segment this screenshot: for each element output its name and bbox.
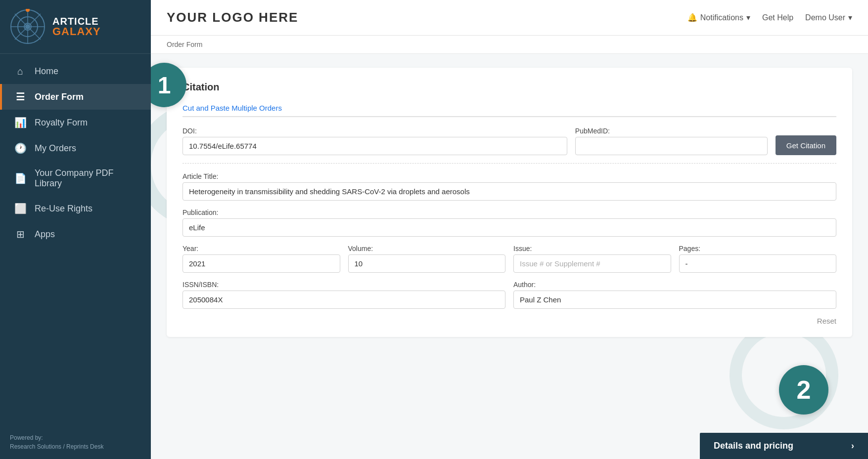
bell-icon: 🔔 [687,13,697,22]
svg-point-8 [25,24,30,29]
logo-text: ARTICLE GALAXY [52,16,101,37]
step-1-badge: 1 [151,63,186,107]
issue-input[interactable] [513,254,671,273]
notifications-label: Notifications [700,13,743,22]
logo-galaxy: GALAXY [52,26,101,37]
sidebar-item-home[interactable]: ⌂ Home [0,59,151,84]
header: YOUR LOGO HERE 🔔 Notifications ▾ Get Hel… [151,0,868,36]
article-title-input[interactable] [183,182,836,201]
reset-button[interactable]: Reset [817,317,836,325]
form-card: 1 Citation Cut and Paste Multiple Orders… [167,68,852,337]
article-galaxy-logo-icon [10,9,46,44]
demo-user-label: Demo User [805,13,845,22]
section-title: Citation [183,82,836,93]
sidebar-item-label-home: Home [35,66,58,77]
demo-user-button[interactable]: Demo User ▾ [805,13,852,22]
author-input[interactable] [513,291,836,309]
sidebar-item-label-royalty-form: Royalty Form [35,118,88,128]
year-group: Year: [183,245,340,273]
get-help-link[interactable]: Get Help [762,13,793,22]
main-content: YOUR LOGO HERE 🔔 Notifications ▾ Get Hel… [151,0,868,459]
order-form-icon: ☰ [14,91,27,103]
sidebar-item-my-orders[interactable]: 🕐 My Orders [0,135,151,161]
pages-group: Pages: [679,245,837,273]
breadcrumb: Order Form [151,36,868,54]
sidebar: ARTICLE GALAXY ⌂ Home ☰ Order Form 📊 Roy… [0,0,151,459]
issn-author-row: ISSN/ISBN: Author: [183,281,836,309]
tab-multiple-orders[interactable]: Cut and Paste Multiple Orders [183,101,282,116]
sidebar-item-label-reuse-rights: Re-Use Rights [35,204,92,214]
sidebar-logo: ARTICLE GALAXY [0,0,151,54]
my-orders-icon: 🕐 [14,142,27,154]
header-right: 🔔 Notifications ▾ Get Help Demo User ▾ [687,13,852,22]
logo-article: ARTICLE [52,16,101,26]
footer-line1: Powered by: [10,433,141,442]
publication-group: Publication: [183,209,836,237]
sidebar-item-label-apps: Apps [35,229,55,240]
author-group: Author: [513,281,836,309]
pdf-library-icon: 📄 [14,172,27,184]
author-label: Author: [513,281,836,289]
sidebar-nav: ⌂ Home ☰ Order Form 📊 Royalty Form 🕐 My … [0,54,151,425]
reuse-rights-icon: ⬜ [14,203,27,214]
sidebar-item-apps[interactable]: ⊞ Apps [0,221,151,247]
article-title-group: Article Title: [183,172,836,201]
sidebar-item-order-form[interactable]: ☰ Order Form [0,84,151,110]
year-label: Year: [183,245,340,252]
details-and-pricing-bar[interactable]: Details and pricing › [700,433,868,459]
divider-1 [183,163,836,164]
notifications-chevron: ▾ [746,13,750,22]
pubmed-label: PubMedID: [575,127,768,135]
get-citation-button[interactable]: Get Citation [776,135,836,155]
year-volume-issue-pages-row: Year: Volume: Issue: Pages: [183,245,836,273]
issue-label: Issue: [513,245,671,252]
volume-group: Volume: [348,245,506,273]
publication-label: Publication: [183,209,836,216]
home-icon: ⌂ [14,66,27,77]
user-chevron: ▾ [848,13,852,22]
doi-input[interactable] [183,137,567,155]
form-tabs: Cut and Paste Multiple Orders [183,101,836,117]
pages-input[interactable] [679,254,837,273]
volume-input[interactable] [348,254,506,273]
royalty-form-icon: 📊 [14,117,27,128]
doi-group: DOI: [183,127,567,155]
pubmed-group: PubMedID: [575,127,768,155]
issn-group: ISSN/ISBN: [183,281,505,309]
breadcrumb-text: Order Form [167,41,202,48]
doi-label: DOI: [183,127,567,135]
issn-label: ISSN/ISBN: [183,281,505,289]
publication-input[interactable] [183,218,836,237]
notifications-button[interactable]: 🔔 Notifications ▾ [687,13,750,22]
step-2-badge: 2 [779,365,828,415]
year-input[interactable] [183,254,340,273]
issue-group: Issue: [513,245,671,273]
sidebar-item-label-order-form: Order Form [35,92,84,102]
details-chevron-right: › [851,441,854,451]
sidebar-item-label-pdf-library: Your Company PDF Library [35,168,139,189]
sidebar-item-royalty-form[interactable]: 📊 Royalty Form [0,110,151,135]
doi-pubmed-row: DOI: PubMedID: Get Citation [183,127,836,155]
article-title-label: Article Title: [183,172,836,180]
sidebar-item-reuse-rights[interactable]: ⬜ Re-Use Rights [0,196,151,221]
header-logo-text: YOUR LOGO HERE [167,10,298,25]
footer-line2: Research Solutions / Reprints Desk [10,442,141,451]
pubmed-input[interactable] [575,137,768,155]
issn-input[interactable] [183,291,505,309]
sidebar-item-label-my-orders: My Orders [35,143,76,154]
apps-icon: ⊞ [14,228,27,240]
volume-label: Volume: [348,245,506,252]
form-actions: Reset [183,317,836,325]
content-area: 1 Citation Cut and Paste Multiple Orders… [151,54,868,459]
sidebar-footer: Powered by: Research Solutions / Reprint… [0,425,151,459]
sidebar-item-pdf-library[interactable]: 📄 Your Company PDF Library [0,161,151,196]
details-pricing-label: Details and pricing [714,441,793,451]
pages-label: Pages: [679,245,837,252]
